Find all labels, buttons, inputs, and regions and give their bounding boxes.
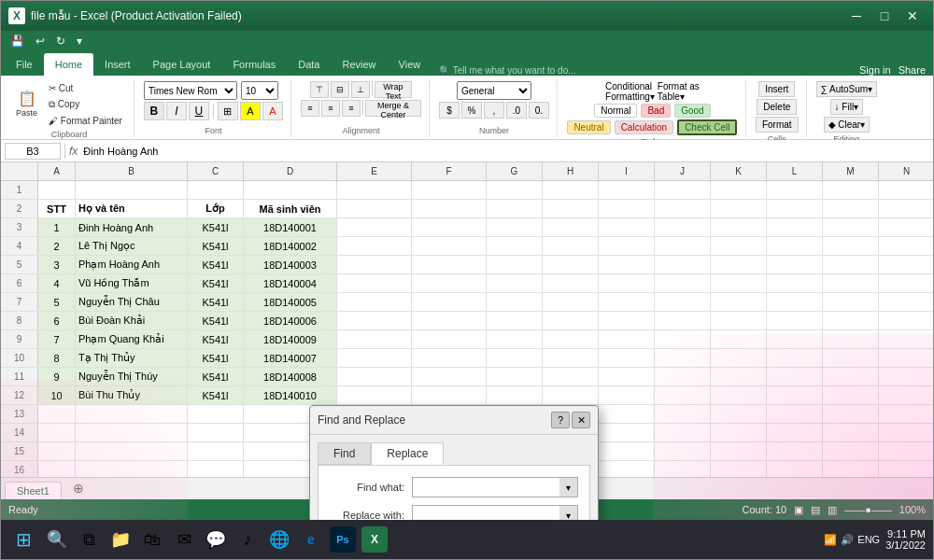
col-header-c[interactable]: C <box>188 162 244 180</box>
cell[interactable] <box>599 386 655 404</box>
fill-color-btn[interactable]: A <box>240 102 261 120</box>
minimize-button[interactable]: ─ <box>843 6 870 26</box>
cell[interactable] <box>543 293 599 311</box>
close-button[interactable]: ✕ <box>899 6 926 26</box>
view-page-break-btn[interactable]: ▥ <box>828 504 837 516</box>
cell[interactable]: Phạm Hoàng Anh <box>76 256 188 273</box>
cell[interactable]: STT <box>38 200 76 217</box>
cell[interactable]: K541l <box>188 293 244 311</box>
col-header-e[interactable]: E <box>337 162 412 180</box>
col-header-k[interactable]: K <box>711 162 767 180</box>
cell[interactable] <box>655 386 711 404</box>
cell[interactable]: Lớp <box>188 200 244 217</box>
dialog-close-btn[interactable]: ✕ <box>572 412 590 428</box>
cell[interactable] <box>823 368 879 385</box>
cell[interactable]: K541l <box>188 368 244 385</box>
cell[interactable]: Đinh Hoàng Anh <box>76 218 188 236</box>
cell[interactable] <box>543 200 599 217</box>
maximize-button[interactable]: □ <box>871 6 898 26</box>
eng-label[interactable]: ENG <box>857 534 880 545</box>
cell[interactable]: 18D140004 <box>244 274 337 292</box>
align-left-btn[interactable]: ≡ <box>301 100 319 117</box>
cell[interactable]: K541l <box>188 312 244 329</box>
mail-taskbar-btn[interactable]: ✉ <box>171 526 197 553</box>
cell[interactable] <box>823 424 879 441</box>
cell[interactable] <box>412 200 487 217</box>
cell[interactable]: Bùi Thu Thủy <box>76 386 188 404</box>
cell[interactable]: 18D140001 <box>244 218 337 236</box>
add-sheet-btn[interactable]: ⊕ <box>65 479 92 497</box>
cell[interactable] <box>655 312 711 329</box>
cell[interactable] <box>711 461 767 477</box>
save-quick-btn[interactable]: 💾 <box>7 33 28 49</box>
store-taskbar-btn[interactable]: 🛍 <box>139 526 165 553</box>
cut-btn[interactable]: ✂ Cut <box>45 81 126 95</box>
replace-dropdown-btn[interactable]: ▾ <box>559 505 578 520</box>
cell[interactable] <box>337 274 412 292</box>
cell[interactable]: Vũ Hồng Thắm <box>76 274 188 292</box>
cell[interactable] <box>879 274 933 292</box>
cell[interactable] <box>543 237 599 255</box>
cell[interactable] <box>487 237 543 255</box>
cell[interactable] <box>599 181 655 199</box>
cell[interactable] <box>655 461 711 477</box>
tab-view[interactable]: View <box>388 53 432 76</box>
cell[interactable] <box>543 218 599 236</box>
cell[interactable] <box>767 293 823 311</box>
cell[interactable]: K541l <box>188 218 244 236</box>
cell[interactable] <box>412 312 487 329</box>
number-format-select[interactable]: General <box>457 81 531 100</box>
cell[interactable]: Phạm Quang Khải <box>76 330 188 348</box>
cell[interactable] <box>487 368 543 385</box>
cell[interactable] <box>655 424 711 441</box>
cell[interactable] <box>823 293 879 311</box>
cell[interactable] <box>711 237 767 255</box>
align-bottom-btn[interactable]: ⊥ <box>351 81 370 98</box>
cell[interactable] <box>38 405 76 423</box>
conditional-format-btn[interactable]: ConditionalFormatting▾ <box>605 81 655 102</box>
cell[interactable] <box>823 256 879 273</box>
cell[interactable] <box>487 218 543 236</box>
cell[interactable] <box>711 312 767 329</box>
cell[interactable]: 10 <box>38 386 76 404</box>
cell[interactable] <box>412 349 487 367</box>
cell[interactable] <box>767 256 823 273</box>
taskview-btn[interactable]: ⧉ <box>76 526 102 553</box>
cell[interactable]: Mã sinh viên <box>244 200 337 217</box>
cell[interactable] <box>337 312 412 329</box>
cell[interactable] <box>244 181 337 199</box>
cell[interactable] <box>38 442 76 460</box>
cell[interactable] <box>76 461 188 477</box>
col-header-n[interactable]: N <box>879 162 933 180</box>
cell[interactable] <box>599 237 655 255</box>
formula-input[interactable] <box>81 144 929 159</box>
qa-more-btn[interactable]: ▾ <box>73 33 86 49</box>
cell[interactable] <box>76 181 188 199</box>
col-header-d[interactable]: D <box>244 162 337 180</box>
cell[interactable] <box>655 200 711 217</box>
font-name-select[interactable]: Times New Rom <box>144 81 237 100</box>
cell[interactable] <box>487 330 543 348</box>
edge-taskbar-btn[interactable]: e <box>298 526 324 553</box>
cell[interactable] <box>337 293 412 311</box>
cell[interactable] <box>655 274 711 292</box>
cell[interactable]: Nguyễn Thị Thúy <box>76 368 188 385</box>
cell[interactable] <box>879 349 933 367</box>
format-painter-btn[interactable]: 🖌 Format Painter <box>45 114 126 128</box>
cell[interactable]: 6 <box>38 312 76 329</box>
cell[interactable] <box>412 181 487 199</box>
cell[interactable] <box>337 218 412 236</box>
cell[interactable] <box>767 368 823 385</box>
cell[interactable] <box>487 256 543 273</box>
cell[interactable] <box>823 181 879 199</box>
cell[interactable] <box>823 386 879 404</box>
cell[interactable] <box>823 442 879 460</box>
cell[interactable] <box>879 237 933 255</box>
cell[interactable] <box>711 200 767 217</box>
cell[interactable]: 4 <box>38 274 76 292</box>
cell[interactable] <box>879 330 933 348</box>
italic-btn[interactable]: I <box>166 102 187 120</box>
cell[interactable] <box>711 181 767 199</box>
cell[interactable] <box>599 218 655 236</box>
cell[interactable] <box>487 181 543 199</box>
